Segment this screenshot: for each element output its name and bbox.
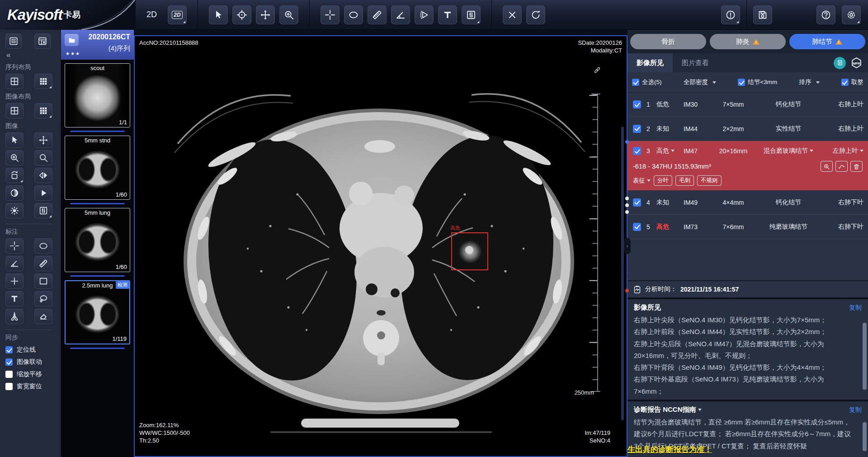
nodule-row-3-selected[interactable]: 3 高危 IM47 20×16mm 混合磨玻璃结节 左肺上叶 -618 - 34… — [627, 141, 868, 190]
crosshair-tool-button[interactable] — [321, 5, 340, 24]
text-annotation-button[interactable] — [438, 5, 457, 24]
pan-tool-button[interactable] — [256, 5, 275, 24]
slice-marker-red[interactable] — [625, 289, 629, 292]
eraser-button[interactable] — [34, 309, 52, 324]
image-layout-2x2-button[interactable] — [5, 103, 24, 118]
annotate-crosshair-button[interactable] — [5, 238, 24, 254]
sort-dropdown[interactable]: 排序 — [799, 78, 820, 86]
slice-marker-white[interactable] — [625, 203, 629, 207]
thumbnail-5mm-stnd[interactable]: 5mm stnd 1/60 — [65, 136, 130, 200]
guideline-dropdown[interactable]: NCCN指南 — [663, 405, 701, 413]
nodule-checkbox[interactable] — [633, 100, 641, 108]
report-bubble-button[interactable] — [834, 57, 846, 69]
small-nodule-checkbox[interactable] — [738, 79, 745, 86]
localizer-tool-button[interactable] — [232, 5, 251, 24]
nodule-type-dropdown[interactable]: 混合磨玻璃结节 — [756, 147, 821, 155]
trait-chip-spiculation[interactable]: 毛刺 — [675, 175, 694, 186]
thumbnail-5mm-lung[interactable]: 5mm lung 1/60 — [65, 208, 130, 272]
traits-dropdown[interactable]: 表征 — [633, 177, 651, 185]
zoom-tool-button[interactable] — [279, 5, 298, 24]
nodule-annotation-box[interactable] — [451, 232, 488, 270]
nodule-delete-button[interactable] — [850, 161, 863, 172]
nodule-row-5[interactable]: 5 高危 IM73 7×6mm 纯磨玻璃结节 右肺下叶 — [627, 215, 868, 239]
series-layout-3x3-button[interactable] — [34, 74, 52, 89]
cine-play-button[interactable] — [34, 185, 52, 201]
nodule-row-4[interactable]: 4 未知 IM49 4×4mm 钙化结节 右肺下叶 — [627, 190, 868, 215]
localizer-line-checkbox[interactable] — [5, 346, 13, 353]
series-header[interactable]: 20200126CT (4)序列 ★★★ — [61, 30, 134, 60]
nodule-row-1[interactable]: 1 低危 IM30 7×5mm 钙化结节 右肺上叶 — [627, 92, 868, 117]
nodule-checkbox[interactable] — [633, 147, 641, 155]
select-all-filter[interactable]: 全选(5) — [632, 78, 662, 86]
alert-button[interactable] — [721, 5, 740, 24]
nodule-risk-dropdown[interactable]: 高危 — [656, 147, 682, 155]
report-scrollbar[interactable] — [863, 422, 867, 451]
sync-option-zoom-pan[interactable]: 缩放平移 — [5, 370, 61, 378]
image-invert-button[interactable] — [5, 185, 24, 201]
series-layout-2x2-button[interactable] — [5, 74, 24, 89]
annotate-angle-button[interactable] — [5, 256, 24, 271]
reset-button[interactable] — [526, 5, 545, 24]
thumbnail-scout[interactable]: scout 1/1 — [65, 63, 130, 127]
image-pointer-button[interactable] — [5, 132, 24, 148]
image-zoom-in-button[interactable] — [5, 150, 24, 165]
annotate-lasso-button[interactable] — [34, 291, 52, 306]
trait-chip-lobulation[interactable]: 分叶 — [654, 175, 672, 186]
layout-2d-button[interactable]: 2D — [168, 5, 187, 24]
brightness-button[interactable] — [5, 203, 24, 218]
sync-option-localizer-line[interactable]: 定位线 — [5, 346, 61, 354]
zoom-pan-checkbox[interactable] — [5, 371, 13, 378]
window-level-button[interactable] — [462, 5, 481, 24]
module-lung-nodule-button[interactable]: 肺结节 — [789, 34, 865, 49]
select-all-checkbox[interactable] — [632, 79, 639, 86]
image-magnifier-button[interactable] — [34, 150, 52, 165]
findings-scrollbar[interactable] — [863, 323, 867, 390]
trait-chip-irregular[interactable]: 不规则 — [697, 175, 722, 186]
annotate-ruler-button[interactable] — [34, 256, 52, 271]
save-button[interactable] — [753, 5, 772, 24]
thumbnail-2-5mm-lung-selected[interactable]: 2.5mm lung 检测 1/119 — [65, 280, 130, 344]
ellipse-tool-button[interactable] — [344, 5, 363, 24]
slice-marker-white[interactable] — [625, 197, 629, 200]
nodule-row-2[interactable]: 2 未知 IM44 2×2mm 实性结节 右肺上叶 — [627, 117, 868, 141]
findings-copy-button[interactable]: 复制 — [849, 304, 862, 312]
nodule-checkbox[interactable] — [633, 198, 641, 207]
pointer-tool-button[interactable] — [209, 5, 228, 24]
round-filter[interactable]: 取整 — [841, 78, 863, 86]
patient-list-button[interactable] — [5, 33, 22, 49]
cobb-angle-tool-button[interactable] — [415, 5, 434, 24]
lung-segment-button[interactable] — [5, 309, 24, 324]
nodule-curve-button[interactable] — [835, 161, 848, 172]
nodule-checkbox[interactable] — [633, 223, 641, 231]
image-link-checkbox[interactable] — [5, 358, 13, 366]
image-pan-button[interactable] — [34, 132, 52, 148]
nodule-zoom-button[interactable] — [821, 161, 833, 172]
help-button[interactable] — [816, 5, 835, 24]
annotate-text-button[interactable] — [5, 291, 24, 306]
delete-annotation-button[interactable] — [503, 5, 522, 24]
sync-option-image-link[interactable]: 图像联动 — [5, 358, 61, 366]
tab-image-findings[interactable]: 影像所见 — [627, 53, 673, 72]
settings-button[interactable] — [842, 5, 861, 24]
module-fracture-button[interactable]: 骨折 — [630, 34, 706, 49]
annotate-ellipse-button[interactable] — [34, 238, 52, 254]
round-checkbox[interactable] — [841, 79, 849, 86]
density-dropdown[interactable]: 全部密度 — [684, 78, 716, 86]
series-folder-button[interactable] — [65, 34, 79, 46]
annotate-point-button[interactable] — [5, 273, 24, 289]
sync-option-window-level[interactable]: 窗宽窗位 — [5, 382, 61, 391]
window-level-checkbox[interactable] — [5, 383, 13, 390]
report-copy-button[interactable]: 复制 — [849, 406, 862, 414]
tab-image-view[interactable]: 图片查看 — [673, 53, 718, 72]
annotate-rectangle-button[interactable] — [34, 273, 52, 289]
close-layout-button[interactable] — [34, 33, 51, 49]
module-pneumonia-button[interactable]: 肺炎 — [710, 34, 786, 49]
nodule-checkbox[interactable] — [633, 125, 641, 133]
ct-image-viewport[interactable]: 高危 AccNO:202101158888 SDate:20200126 Mod… — [134, 35, 627, 457]
window-level-preset-button[interactable] — [34, 203, 52, 218]
sidebar-collapse-button[interactable]: « — [6, 51, 61, 60]
ruler-tool-button[interactable] — [368, 5, 387, 24]
mpr-button[interactable] — [850, 57, 863, 69]
image-rotate-button[interactable] — [5, 168, 24, 183]
link-icon[interactable] — [593, 66, 601, 74]
